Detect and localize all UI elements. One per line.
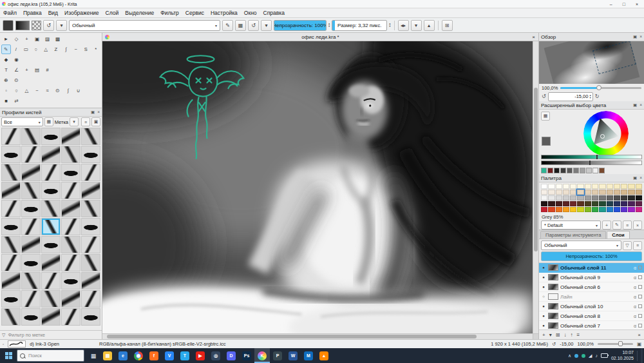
layer-alpha-icon[interactable]: α [634, 324, 636, 328]
tray-app-icon[interactable] [582, 354, 585, 358]
palette-swatch[interactable] [548, 207, 554, 212]
volume-icon[interactable]: ♪ [595, 353, 598, 358]
brush-preset-cell[interactable] [81, 308, 100, 326]
minimize-button[interactable]: – [610, 2, 612, 6]
color-sampler-tool[interactable]: ◉ [12, 55, 21, 64]
freehand-brush-tool[interactable]: ✎ [1, 44, 11, 54]
firefox-icon[interactable]: f [146, 348, 162, 363]
size-spinner[interactable]: ▴▾ [389, 23, 390, 28]
palette-swatch[interactable] [592, 207, 598, 212]
palette-view-icon[interactable]: ≡ [623, 221, 632, 230]
add-swatch-icon[interactable]: + [602, 221, 611, 230]
opacity-spinner[interactable]: ▴▾ [328, 23, 330, 28]
palette-swatch[interactable] [592, 195, 598, 201]
palette-swatch[interactable] [541, 201, 547, 206]
multibrush-tool[interactable]: * [91, 44, 101, 54]
float-docker-icon[interactable]: ▣ [91, 110, 95, 115]
zoom-slider-thumb[interactable] [596, 85, 601, 90]
photoshop-icon[interactable]: Ps [239, 348, 254, 363]
line-tool[interactable]: / [12, 44, 21, 54]
fit-canvas-icon[interactable]: ▣ [637, 341, 641, 347]
menu-item[interactable]: Настройка [207, 10, 241, 16]
brush-display-icon[interactable]: ▣ [91, 117, 100, 126]
palette-swatch[interactable] [585, 207, 591, 212]
rect-select-tool[interactable]: ▫ [1, 86, 11, 95]
layer-lock-icon[interactable] [638, 324, 642, 328]
brush-preset-cell[interactable] [21, 272, 41, 289]
palette-swatch[interactable] [592, 201, 598, 206]
palette-swatch[interactable] [636, 195, 642, 201]
palette-swatch[interactable] [585, 201, 591, 206]
brush-preset-cell[interactable] [81, 182, 100, 199]
layer-alpha-icon[interactable]: α [634, 285, 636, 289]
move-tool[interactable]: + [22, 34, 32, 44]
delete-layer-button[interactable]: × [638, 332, 641, 338]
palette-swatch[interactable] [570, 207, 576, 212]
brush-preset-cell[interactable] [41, 146, 61, 163]
layer-visibility-toggle[interactable]: ● [541, 304, 546, 308]
layer-alpha-icon[interactable]: α [634, 304, 636, 309]
palette-swatch[interactable] [621, 190, 627, 195]
palette-swatch[interactable] [570, 201, 576, 206]
close-docker-icon[interactable]: × [639, 34, 642, 39]
layer-row[interactable]: ● Обычный слой 9 α [539, 273, 644, 282]
transform-tool[interactable]: ◇ [12, 34, 21, 44]
palette-swatch[interactable] [628, 195, 634, 201]
menu-item[interactable]: Файл [0, 10, 20, 16]
task-view-button[interactable]: ▦ [87, 348, 100, 363]
tray-expand-icon[interactable]: ∧ [568, 353, 571, 358]
brush-preset-cell[interactable] [21, 182, 41, 199]
palette-swatch[interactable] [636, 184, 642, 189]
brush-view-grid-icon[interactable]: ▦ [44, 117, 53, 126]
search-input[interactable] [27, 352, 68, 359]
brush-preset-cell[interactable] [81, 290, 100, 308]
brush-menu-icon[interactable]: ≡ [81, 117, 90, 126]
palette-swatch[interactable] [636, 207, 642, 212]
palette-swatch[interactable] [563, 190, 569, 195]
brush-preset-cell[interactable] [81, 272, 100, 289]
brush-preset-cell[interactable] [61, 290, 80, 308]
layer-visibility-toggle[interactable]: ● [541, 285, 546, 289]
contiguous-select-tool[interactable]: ⊙ [53, 86, 62, 95]
layer-lock-icon[interactable] [638, 295, 642, 299]
menu-item[interactable]: Окно [241, 10, 260, 16]
opacity-slider[interactable]: Непрозрачность: 100% [274, 20, 327, 31]
brush-preset-cell[interactable] [81, 236, 100, 253]
menu-item[interactable]: Слой [102, 10, 122, 16]
wraparound-mode-icon[interactable]: ⊞ [442, 20, 453, 31]
maximize-button[interactable]: □ [623, 2, 625, 6]
brush-editor-grid-icon[interactable]: ▦ [235, 20, 246, 31]
layer-row[interactable]: ● Обычный слой 8 α [539, 311, 644, 321]
remove-swatch-icon[interactable]: × [633, 221, 642, 230]
palette-swatch[interactable] [599, 190, 605, 195]
layer-visibility-toggle[interactable]: ● [541, 266, 546, 270]
layer-visibility-toggle[interactable]: ● [541, 314, 546, 318]
palette-swatch[interactable] [541, 207, 547, 212]
edge-icon[interactable]: e [115, 348, 131, 363]
add-layer-dropdown[interactable]: ▾ [549, 332, 552, 338]
palette-swatch[interactable] [556, 190, 562, 195]
palette-swatch[interactable] [607, 207, 613, 212]
document-close-icon[interactable]: × [532, 34, 535, 40]
reference-images-tool[interactable]: ▤ [32, 65, 42, 75]
layer-row[interactable]: ● Обычный слой 7 α [539, 321, 644, 329]
palette-swatch[interactable] [614, 201, 620, 206]
vk-icon[interactable]: V [162, 348, 177, 363]
palette-swatch[interactable] [541, 195, 547, 201]
palette-swatch[interactable] [628, 190, 634, 195]
reset-rotation-icon[interactable]: ↻ [595, 93, 600, 99]
tab-layers[interactable]: Слои [607, 231, 629, 239]
paint-icon[interactable]: P [270, 348, 285, 363]
eraser-toggle-icon[interactable] [3, 20, 14, 31]
palette-swatch[interactable] [621, 207, 627, 212]
palette-swatch[interactable] [556, 195, 562, 201]
path-select-tool[interactable]: ∫ [63, 86, 73, 95]
palette-swatch[interactable] [607, 195, 613, 201]
history-color-swatch[interactable] [560, 168, 566, 173]
horizontal-scrollbar[interactable] [102, 333, 533, 339]
history-color-swatch[interactable] [592, 168, 598, 173]
brush-preview-icon[interactable] [8, 340, 26, 348]
pattern-chooser[interactable] [32, 21, 41, 30]
palette-swatch[interactable] [628, 207, 634, 212]
brush-dropdown-icon[interactable]: ▾ [261, 20, 272, 31]
